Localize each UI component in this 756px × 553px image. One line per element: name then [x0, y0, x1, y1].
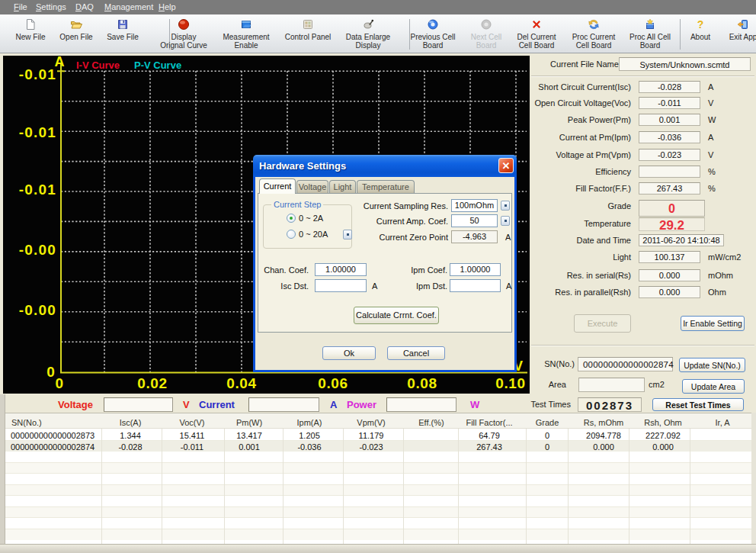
svg-text:0.08: 0.08 — [407, 375, 437, 391]
svg-text:A: A — [55, 56, 65, 69]
svg-text:0.06: 0.06 — [318, 375, 348, 391]
svg-text:P-V Curve: P-V Curve — [134, 59, 181, 71]
svg-text:-0.00: -0.00 — [19, 302, 56, 318]
svg-text:0.02: 0.02 — [137, 375, 167, 391]
svg-text:I-V Curve: I-V Curve — [76, 59, 120, 71]
svg-text:?: ? — [697, 18, 704, 31]
svg-text:0: 0 — [55, 375, 63, 391]
svg-text:0.04: 0.04 — [226, 375, 256, 391]
svg-text:0: 0 — [46, 364, 56, 380]
svg-text:0.10: 0.10 — [495, 375, 525, 391]
svg-text:-0.01: -0.01 — [19, 124, 56, 140]
svg-text:-0.01: -0.01 — [19, 182, 56, 198]
svg-text:-0.00: -0.00 — [19, 242, 56, 258]
svg-text:-0.01: -0.01 — [19, 66, 56, 82]
